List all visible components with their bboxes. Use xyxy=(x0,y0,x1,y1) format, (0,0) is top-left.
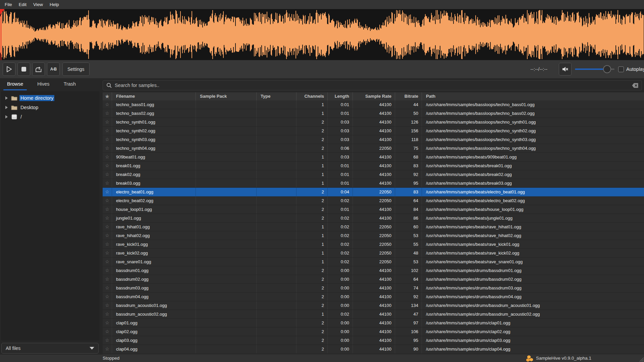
column-header-filename[interactable]: Filename xyxy=(112,92,196,100)
favorite-star-icon[interactable]: ☆ xyxy=(103,258,112,266)
menu-file[interactable]: File xyxy=(1,0,15,9)
column-header-type[interactable]: Type xyxy=(257,92,297,100)
table-row[interactable]: ☆clap01.ogg20:004410097/usr/share/lmms/s… xyxy=(103,319,644,327)
volume-slider[interactable] xyxy=(575,69,614,70)
table-row[interactable]: ☆clap03.ogg20:004410095/usr/share/lmms/s… xyxy=(103,336,644,345)
favorite-star-icon[interactable]: ☆ xyxy=(103,327,112,336)
favorite-star-icon[interactable]: ☆ xyxy=(103,127,112,135)
tab-trash[interactable]: Trash xyxy=(59,78,80,91)
menu-help[interactable]: Help xyxy=(46,0,62,9)
settings-button[interactable]: Settings xyxy=(62,62,90,76)
tree-item-desktop[interactable]: Desktop xyxy=(1,103,100,112)
resize-grip[interactable] xyxy=(638,356,644,362)
loop-sample-button[interactable] xyxy=(32,62,45,76)
cell-channels: 2 xyxy=(297,205,328,214)
column-header-path[interactable]: Path xyxy=(422,92,644,100)
clear-search-icon[interactable] xyxy=(632,83,638,88)
column-header-channels[interactable]: Channels xyxy=(297,92,328,100)
table-row[interactable]: ☆electro_beat01.ogg20:042205083/usr/shar… xyxy=(103,188,644,196)
table-row[interactable]: ☆909beat01.ogg10:034410068/usr/share/lmm… xyxy=(103,153,644,162)
favorite-star-icon[interactable]: ☆ xyxy=(103,170,112,179)
search-bar[interactable] xyxy=(103,80,642,90)
favorite-star-icon[interactable]: ☆ xyxy=(103,196,112,205)
favorite-star-icon[interactable]: ☆ xyxy=(103,214,112,222)
favorite-star-icon[interactable]: ☆ xyxy=(103,118,112,126)
table-row[interactable]: ☆bassdrum_acoustic02.ogg10:024410047/usr… xyxy=(103,310,644,319)
stop-button[interactable] xyxy=(17,62,30,76)
table-row[interactable]: ☆jungle01.ogg20:024410086/usr/share/lmms… xyxy=(103,214,644,223)
waveform-panel[interactable] xyxy=(0,9,644,60)
favorite-star-icon[interactable]: ☆ xyxy=(103,292,112,301)
table-row[interactable]: ☆bassdrum_acoustic01.ogg20:0044100134/us… xyxy=(103,301,644,310)
column-header-length[interactable]: Length xyxy=(328,92,353,100)
table-row[interactable]: ☆electro_beat02.ogg20:022205064/usr/shar… xyxy=(103,196,644,205)
favorite-star-icon[interactable]: ☆ xyxy=(103,319,112,327)
cell-sample_pack xyxy=(196,249,257,257)
tab-hives[interactable]: Hives xyxy=(33,78,54,91)
table-row[interactable]: ☆bassdrum01.ogg20:0044100102/usr/share/l… xyxy=(103,266,644,275)
table-row[interactable]: ☆techno_bass01.ogg10:014410044/usr/share… xyxy=(103,100,644,109)
column-header-sample-pack[interactable]: Sample Pack xyxy=(196,92,257,100)
column-header-bitrate[interactable]: Bitrate xyxy=(395,92,422,100)
favorite-star-icon[interactable]: ☆ xyxy=(103,135,112,144)
caret-right-icon[interactable] xyxy=(5,96,8,100)
table-row[interactable]: ☆rave_hihat01.ogg10:022205060/usr/share/… xyxy=(103,223,644,231)
favorite-star-icon[interactable]: ☆ xyxy=(103,345,112,353)
table-row[interactable]: ☆house_loop01.ogg20:014410084/usr/share/… xyxy=(103,205,644,214)
favorite-star-icon[interactable]: ☆ xyxy=(103,109,112,118)
favorite-star-icon[interactable]: ☆ xyxy=(103,179,112,187)
favorite-star-icon[interactable]: ☆ xyxy=(103,162,112,170)
table-row[interactable]: ☆rave_snare01.ogg10:022205053/usr/share/… xyxy=(103,258,644,266)
favorite-star-icon[interactable]: ☆ xyxy=(103,205,112,214)
favorite-star-icon[interactable]: ☆ xyxy=(103,100,112,109)
table-row[interactable]: ☆techno_synth03.ogg20:0344100118/usr/sha… xyxy=(103,135,644,144)
tree-item-root[interactable]: / xyxy=(1,112,100,122)
table-row[interactable]: ☆bassdrum03.ogg20:004410074/usr/share/lm… xyxy=(103,284,644,292)
table-row[interactable]: ☆techno_synth04.ogg20:062205075/usr/shar… xyxy=(103,144,644,153)
favorite-star-icon[interactable]: ☆ xyxy=(103,284,112,292)
favorite-star-icon[interactable]: ☆ xyxy=(103,231,112,240)
table-row[interactable]: ☆rave_kick02.ogg10:022205048/usr/share/l… xyxy=(103,249,644,258)
favorite-star-icon[interactable]: ☆ xyxy=(103,310,112,318)
search-input[interactable] xyxy=(115,83,632,88)
table-row[interactable]: ☆rave_hihat02.ogg10:022205053/usr/share/… xyxy=(103,231,644,240)
favorite-star-icon[interactable]: ☆ xyxy=(103,153,112,161)
autoplay-checkbox[interactable] xyxy=(618,66,624,72)
favorite-star-icon[interactable]: ☆ xyxy=(103,266,112,275)
column-header-favorite[interactable]: ★ xyxy=(103,92,112,100)
play-button[interactable] xyxy=(3,62,15,76)
table-row[interactable]: ☆bassdrum04.ogg20:004410092/usr/share/lm… xyxy=(103,292,644,301)
menu-edit[interactable]: Edit xyxy=(15,0,30,9)
table-row[interactable]: ☆techno_synth02.ogg20:0344100156/usr/sha… xyxy=(103,127,644,135)
table-row[interactable]: ☆break02.ogg10:014410092/usr/share/lmms/… xyxy=(103,170,644,179)
volume-slider-knob[interactable] xyxy=(603,65,611,73)
table-row[interactable]: ☆clap02.ogg20:0044100106/usr/share/lmms/… xyxy=(103,327,644,336)
table-row[interactable]: ☆clap04.ogg20:004410090/usr/share/lmms/s… xyxy=(103,345,644,354)
table-row[interactable]: ☆techno_bass02.ogg10:014410050/usr/share… xyxy=(103,109,644,118)
menu-view[interactable]: View xyxy=(30,0,46,9)
table-row[interactable]: ☆break01.ogg10:014410083/usr/share/lmms/… xyxy=(103,162,644,170)
caret-right-icon[interactable] xyxy=(5,115,8,119)
cell-channels: 2 xyxy=(297,196,328,205)
favorite-star-icon[interactable]: ☆ xyxy=(103,336,112,345)
table-row[interactable]: ☆bassdrum02.ogg20:004410064/usr/share/lm… xyxy=(103,275,644,284)
mute-button[interactable] xyxy=(559,63,572,76)
cell-filename: bassdrum02.ogg xyxy=(112,275,196,283)
column-header-sample-rate[interactable]: Sample Rate xyxy=(353,92,395,100)
favorite-star-icon[interactable]: ☆ xyxy=(103,223,112,231)
table-row[interactable]: ☆break03.ogg10:014410095/usr/share/lmms/… xyxy=(103,179,644,188)
favorite-star-icon[interactable]: ☆ xyxy=(103,249,112,257)
table-row[interactable]: ☆rave_kick01.ogg10:022205055/usr/share/l… xyxy=(103,240,644,249)
tab-browse[interactable]: Browse xyxy=(3,78,28,91)
table-row[interactable]: ☆techno_synth01.ogg20:0344100126/usr/sha… xyxy=(103,118,644,127)
favorite-star-icon[interactable]: ☆ xyxy=(103,240,112,248)
favorite-star-icon[interactable]: ☆ xyxy=(103,301,112,310)
loop-ab-button[interactable]: A-B xyxy=(47,62,60,76)
caret-right-icon[interactable] xyxy=(5,106,8,109)
favorite-star-icon[interactable]: ☆ xyxy=(103,144,112,152)
favorite-star-icon[interactable]: ☆ xyxy=(103,275,112,283)
tree-item-home-directory[interactable]: Home directory xyxy=(1,93,100,103)
file-filter-dropdown[interactable]: All files xyxy=(1,343,99,354)
favorite-star-icon[interactable]: ☆ xyxy=(103,188,112,196)
cell-type xyxy=(257,292,297,301)
